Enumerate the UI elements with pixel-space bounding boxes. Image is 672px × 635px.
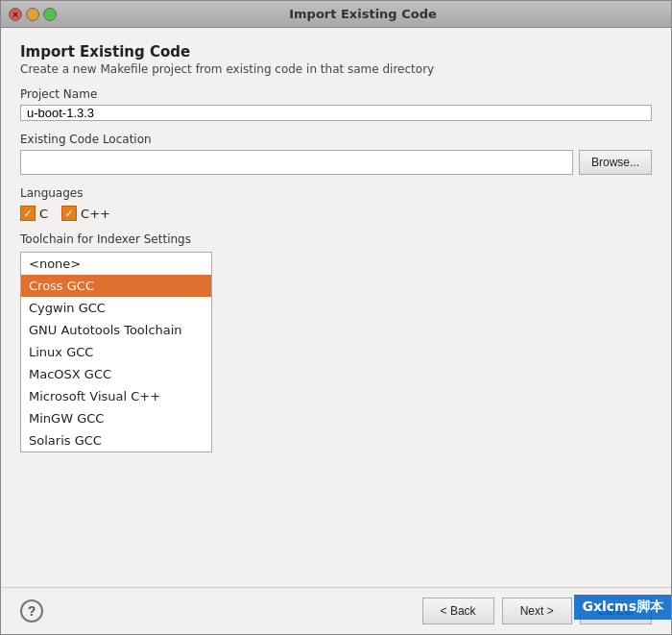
language-c-item[interactable]: ✓ C [20,206,48,221]
language-cpp-checkbox[interactable]: ✓ [61,206,77,221]
next-button[interactable]: Next > [502,598,572,624]
window-controls: × [9,8,57,21]
existing-code-group: Existing Code Location Browse... [20,133,652,175]
toolchain-label: Toolchain for Indexer Settings [20,232,652,246]
maximize-button[interactable] [43,8,57,21]
language-cpp-item[interactable]: ✓ C++ [61,206,110,221]
list-item[interactable]: GNU Autotools Toolchain [21,319,211,341]
toolchain-section: Toolchain for Indexer Settings <none>Cro… [20,232,652,452]
browse-button[interactable]: Browse... [579,150,652,175]
page-title: Import Existing Code [20,43,652,61]
project-name-label: Project Name [20,87,652,101]
footer-left: ? [20,599,43,623]
project-name-group: Project Name [20,87,652,121]
languages-section: Languages ✓ C ✓ C++ [20,186,652,221]
existing-code-row: Browse... [20,150,652,175]
list-item[interactable]: Cygwin GCC [21,297,211,319]
window-title: Import Existing Code [62,7,663,21]
checkmark-icon: ✓ [64,208,73,220]
existing-code-label: Existing Code Location [20,133,652,146]
languages-label: Languages [20,186,652,200]
languages-checkboxes: ✓ C ✓ C++ [20,206,652,221]
list-item[interactable]: <none> [21,253,211,275]
toolchain-list: <none>Cross GCCCygwin GCCGNU Autotools T… [20,252,212,452]
list-item[interactable]: Solaris GCC [21,429,211,452]
page-subtitle: Create a new Makefile project from exist… [20,62,652,76]
list-item[interactable]: MinGW GCC [21,407,211,429]
help-button[interactable]: ? [20,599,43,623]
language-c-checkbox[interactable]: ✓ [20,206,36,221]
footer: ? < Back Next > Cancel [1,587,671,634]
project-name-input[interactable] [20,105,652,121]
minimize-button[interactable] [26,8,39,21]
titlebar: × Import Existing Code [1,1,671,28]
existing-code-input[interactable] [20,150,573,175]
language-cpp-label: C++ [81,207,110,221]
page-header: Import Existing Code Create a new Makefi… [20,43,652,76]
list-item[interactable]: Microsoft Visual C++ [21,385,211,407]
list-item[interactable]: MacOSX GCC [21,363,211,385]
watermark: Gxlcms脚本 [574,595,671,620]
list-item[interactable]: Linux GCC [21,341,211,363]
close-button[interactable]: × [9,8,22,21]
main-content: Import Existing Code Create a new Makefi… [1,28,671,587]
list-item[interactable]: Cross GCC [21,275,211,297]
language-c-label: C [39,207,48,221]
back-button[interactable]: < Back [422,598,494,624]
checkmark-icon: ✓ [23,208,32,220]
close-icon: × [12,10,19,19]
